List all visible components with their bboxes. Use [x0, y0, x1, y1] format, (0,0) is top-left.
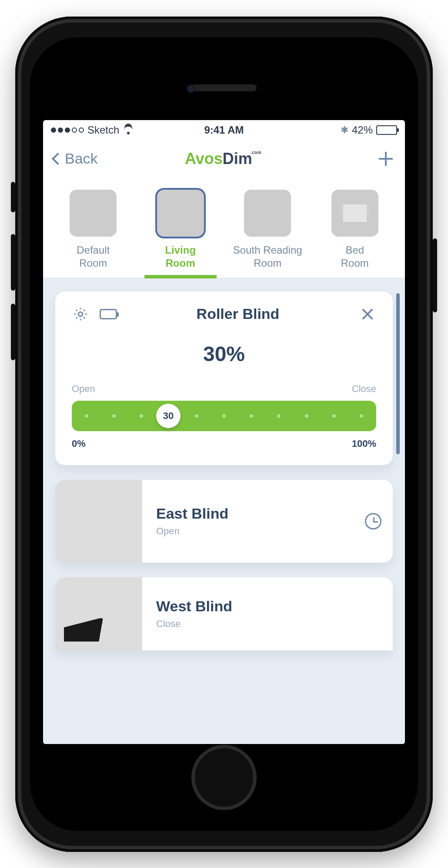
device-row-east[interactable]: East Blind Open [55, 480, 393, 563]
room-tab-default[interactable]: DefaultRoom [51, 190, 136, 278]
signal-dots-icon [51, 127, 84, 133]
room-thumb [70, 190, 117, 237]
battery-icon [376, 125, 397, 135]
max-label: 100% [352, 438, 376, 449]
device-name: East Blind [156, 505, 340, 522]
back-button[interactable]: Back [53, 150, 98, 167]
battery-pct-label: 42% [352, 124, 373, 136]
schedule-button[interactable] [354, 480, 393, 563]
min-label: 0% [72, 438, 86, 449]
room-thumb [331, 190, 378, 237]
bluetooth-icon: ✱ [341, 124, 348, 136]
scroll-indicator[interactable] [396, 293, 400, 454]
content-area: Roller Blind 30% Open Close 30 [43, 278, 405, 744]
device-title: Roller Blind [127, 305, 348, 322]
device-thumb [55, 480, 142, 563]
device-row-west[interactable]: West Blind Close [55, 577, 393, 650]
carrier-label: Sketch [87, 124, 119, 136]
clock-icon [365, 513, 381, 530]
device-control-card: Roller Blind 30% Open Close 30 [55, 292, 393, 465]
wifi-icon [123, 126, 134, 134]
back-label: Back [65, 150, 98, 167]
room-label: BedRoom [341, 244, 369, 270]
add-button[interactable] [377, 150, 395, 168]
room-tab-bed[interactable]: BedRoom [313, 190, 398, 278]
position-slider[interactable]: 30 [72, 401, 376, 431]
room-thumb [244, 190, 291, 237]
room-label: LivingRoom [165, 244, 196, 270]
room-label: South ReadingRoom [233, 244, 302, 270]
room-tabs: DefaultRoom LivingRoom South ReadingRoom… [43, 178, 405, 278]
device-state: Close [156, 618, 340, 630]
slider-thumb[interactable]: 30 [156, 404, 181, 428]
svg-point-0 [78, 312, 83, 316]
chevron-left-icon [52, 152, 64, 164]
room-tab-living[interactable]: LivingRoom [138, 190, 223, 278]
device-state: Open [156, 526, 340, 537]
room-thumb [157, 190, 204, 237]
nav-bar: Back AvosDim.com [43, 140, 405, 178]
device-name: West Blind [156, 598, 340, 615]
battery-icon [100, 305, 117, 323]
room-label: DefaultRoom [77, 244, 110, 270]
room-tab-south-reading[interactable]: South ReadingRoom [225, 190, 310, 278]
device-thumb [55, 577, 142, 650]
close-button[interactable] [359, 305, 376, 323]
close-label: Close [352, 383, 376, 395]
position-percent: 30% [72, 342, 376, 366]
status-bar: Sketch 9:41 AM ✱ 42% [43, 120, 405, 140]
settings-button[interactable] [72, 305, 89, 323]
open-label: Open [72, 383, 95, 395]
